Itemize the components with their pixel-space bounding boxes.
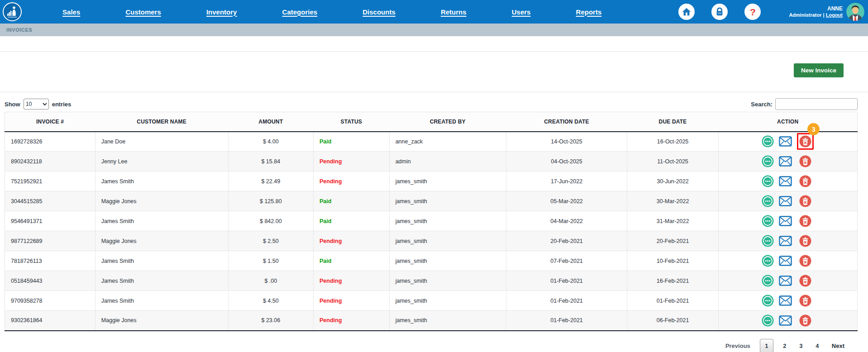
pagination-page-1[interactable]: 1 [760, 339, 773, 352]
delete-button[interactable] [799, 195, 811, 207]
delete-badge: 3 [807, 123, 820, 135]
new-invoice-button[interactable]: New Invoice [794, 63, 844, 77]
mail-button[interactable] [779, 136, 792, 147]
more-button[interactable] [762, 295, 774, 307]
more-button[interactable] [762, 255, 774, 267]
nav-item-sales[interactable]: Sales [62, 8, 80, 16]
cell-status: Paid [313, 132, 389, 152]
cell-status: Pending [313, 311, 389, 331]
more-button[interactable] [762, 275, 774, 287]
home-icon[interactable] [678, 4, 695, 20]
mail-button[interactable] [779, 196, 792, 206]
cell-status: Pending [313, 271, 389, 291]
pagination-previous[interactable]: Previous [719, 342, 757, 349]
help-icon[interactable]: ? [744, 4, 761, 20]
nav-item-categories[interactable]: Categories [282, 8, 318, 16]
delete-icon [799, 155, 811, 167]
action-buttons [762, 173, 814, 190]
nav-item-discounts[interactable]: Discounts [362, 8, 396, 16]
app-logo[interactable] [3, 2, 22, 21]
mail-button[interactable] [779, 156, 792, 166]
cell-action [718, 231, 857, 251]
column-header[interactable]: DUE DATE [627, 112, 719, 132]
mail-button[interactable] [779, 295, 792, 306]
column-header[interactable]: INVOICE # [5, 112, 95, 132]
column-header[interactable]: AMOUNT [228, 112, 313, 132]
delete-button[interactable] [799, 275, 811, 287]
invoice-table-body: 1692728326 Jane Doe $ 4.00 Paid anne_zac… [5, 132, 858, 331]
more-button[interactable] [762, 175, 774, 187]
nav-item-users[interactable]: Users [512, 8, 531, 16]
column-header[interactable]: CUSTOMER NAME [95, 112, 228, 132]
invoice-table: INVOICE #CUSTOMER NAMEAMOUNTSTATUSCREATE… [5, 112, 858, 331]
cell-action [718, 271, 857, 291]
delete-button[interactable] [799, 175, 811, 187]
pagination-next[interactable]: Next [825, 342, 851, 349]
more-button[interactable] [762, 215, 774, 227]
more-button[interactable] [762, 135, 774, 147]
lock-glyph [715, 7, 725, 17]
mail-button[interactable] [779, 176, 792, 186]
search-input[interactable] [775, 98, 858, 110]
cell-created-by: james_smith [389, 171, 506, 191]
more-button[interactable] [762, 314, 774, 327]
delete-button-wrap [797, 153, 814, 170]
delete-button[interactable] [799, 314, 811, 327]
more-button[interactable] [762, 155, 774, 167]
delete-button[interactable] [799, 135, 811, 147]
more-button[interactable] [762, 195, 774, 207]
pagination-page-4[interactable]: 4 [812, 339, 822, 352]
cell-creation-date: 14-Oct-2025 [506, 132, 627, 152]
nav-item-inventory[interactable]: Inventory [206, 8, 237, 16]
mail-icon [779, 256, 792, 266]
delete-icon [799, 195, 811, 207]
more-button[interactable] [762, 235, 774, 247]
cell-customer-name: Maggie Jones [95, 311, 228, 331]
delete-button[interactable] [799, 215, 811, 227]
cell-creation-date: 04-Oct-2025 [506, 152, 627, 171]
cell-customer-name: James Smith [95, 211, 228, 231]
delete-button[interactable] [799, 295, 811, 307]
pagination-page-3[interactable]: 3 [796, 339, 806, 352]
entries-label: entries [52, 101, 72, 108]
search-label: Search: [751, 101, 773, 108]
invoice-row: 8902432118 Jenny Lee $ 15.84 Pending adm… [5, 152, 858, 171]
mail-button[interactable] [779, 315, 792, 326]
delete-button[interactable] [799, 255, 811, 267]
avatar[interactable] [846, 3, 864, 21]
invoices-page: SalesCustomersInventoryCategoriesDiscoun… [0, 0, 868, 352]
column-header[interactable]: ACTION [718, 112, 857, 132]
mail-button[interactable] [779, 216, 792, 226]
cell-created-by: james_smith [389, 231, 506, 251]
pagination-page-2[interactable]: 2 [780, 339, 790, 352]
delete-button-wrap [797, 173, 814, 190]
user-separator: | [823, 12, 825, 18]
cell-created-by: anne_zack [389, 132, 506, 152]
cell-due-date: 30-Mar-2022 [627, 191, 719, 211]
table-header-row: INVOICE #CUSTOMER NAMEAMOUNTSTATUSCREATE… [5, 112, 858, 132]
mail-button[interactable] [779, 236, 792, 246]
delete-button[interactable] [799, 155, 811, 167]
cell-customer-name: James Smith [95, 291, 228, 311]
delete-button[interactable] [799, 235, 811, 247]
more-icon [762, 195, 774, 207]
nav-item-reports[interactable]: Reports [576, 8, 602, 16]
page-size-select[interactable]: 10 [24, 99, 49, 109]
cell-due-date: 01-Feb-2021 [627, 291, 719, 311]
more-icon [762, 255, 774, 267]
mail-icon [779, 295, 792, 306]
mail-button[interactable] [779, 256, 792, 266]
column-header[interactable]: STATUS [313, 112, 389, 132]
cell-status: Paid [313, 251, 389, 271]
nav-item-returns[interactable]: Returns [441, 8, 467, 16]
cell-status: Pending [313, 231, 389, 251]
nav-item-customers[interactable]: Customers [125, 8, 161, 16]
column-header[interactable]: CREATION DATE [506, 112, 627, 132]
mail-button[interactable] [779, 276, 792, 286]
cell-created-by: james_smith [389, 211, 506, 231]
delete-icon [799, 215, 811, 227]
logout-link[interactable]: Logout [826, 12, 843, 18]
column-header[interactable]: CREATED BY [389, 112, 506, 132]
invoice-row: 7521952921 James Smith $ 22.49 Pending j… [5, 171, 858, 191]
lock-icon[interactable] [711, 4, 728, 20]
